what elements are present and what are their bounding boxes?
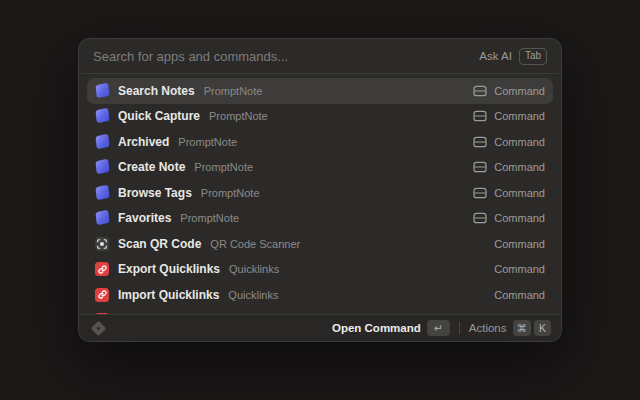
ask-ai-button[interactable]: Ask AI Tab	[479, 48, 547, 65]
k-key: K	[534, 320, 551, 336]
qr-scanner-icon	[95, 237, 109, 251]
command-panel-icon	[473, 110, 487, 122]
actions-label: Actions	[469, 322, 507, 334]
quicklinks-link-icon	[95, 288, 109, 302]
cmd-key: ⌘	[513, 320, 532, 336]
item-type-label: Command	[494, 289, 545, 301]
enter-key: ↵	[427, 320, 450, 336]
raycast-logo-icon	[91, 320, 107, 336]
item-type-label: Command	[494, 212, 545, 224]
list-item[interactable]: Export Quicklinks Quicklinks Command	[87, 257, 553, 283]
list-item[interactable]: Create Note PromptNote Command	[87, 155, 553, 181]
open-command-button[interactable]: Open Command ↵	[332, 320, 450, 336]
item-type-label: Command	[494, 263, 545, 275]
quicklinks-link-icon	[95, 262, 109, 276]
item-type-label: Command	[494, 136, 545, 148]
promptnote-cube-icon	[95, 186, 109, 200]
list-item[interactable]: Search Notes PromptNote Command	[87, 78, 553, 104]
actions-keys: ⌘ K	[513, 320, 552, 336]
item-type-label: Command	[494, 187, 545, 199]
ask-ai-label: Ask AI	[479, 50, 512, 62]
item-type-label: Command	[494, 161, 545, 173]
command-panel-icon	[473, 136, 487, 148]
command-panel-icon	[473, 85, 487, 97]
promptnote-cube-icon	[95, 160, 109, 174]
promptnote-cube-icon	[95, 109, 109, 123]
command-panel-icon	[473, 187, 487, 199]
footer-separator	[459, 322, 460, 334]
list-item[interactable]: Browse Tags PromptNote Command	[87, 180, 553, 206]
list-item[interactable]: Archived PromptNote Command	[87, 129, 553, 155]
command-palette-window: Ask AI Tab Search Notes PromptNote Comma…	[78, 38, 562, 342]
command-panel-icon	[473, 212, 487, 224]
open-command-label: Open Command	[332, 322, 421, 334]
item-type-label: Command	[494, 85, 545, 97]
promptnote-cube-icon	[95, 135, 109, 149]
list-item[interactable]: Import Quicklinks Quicklinks Command	[87, 282, 553, 308]
command-panel-icon	[473, 161, 487, 173]
footer-bar: Open Command ↵ Actions ⌘ K	[79, 315, 561, 341]
list-item[interactable]: Favorites PromptNote Command	[87, 206, 553, 232]
search-input[interactable]	[93, 49, 471, 64]
command-list: Search Notes PromptNote Command Quick Ca…	[79, 74, 561, 314]
search-bar: Ask AI Tab	[79, 39, 561, 73]
quicklinks-link-icon	[95, 313, 109, 314]
tab-key: Tab	[519, 48, 547, 65]
list-item[interactable]: Scan QR Code QR Code Scanner Command	[87, 231, 553, 257]
item-type-label: Command	[494, 238, 545, 250]
promptnote-cube-icon	[95, 84, 109, 98]
desktop-backdrop: { "search": { "placeholder": "Search for…	[0, 0, 640, 400]
promptnote-cube-icon	[95, 211, 109, 225]
actions-button[interactable]: Actions ⌘ K	[469, 320, 551, 336]
list-item[interactable]: Quick Capture PromptNote Command	[87, 104, 553, 130]
item-type-label: Command	[494, 110, 545, 122]
